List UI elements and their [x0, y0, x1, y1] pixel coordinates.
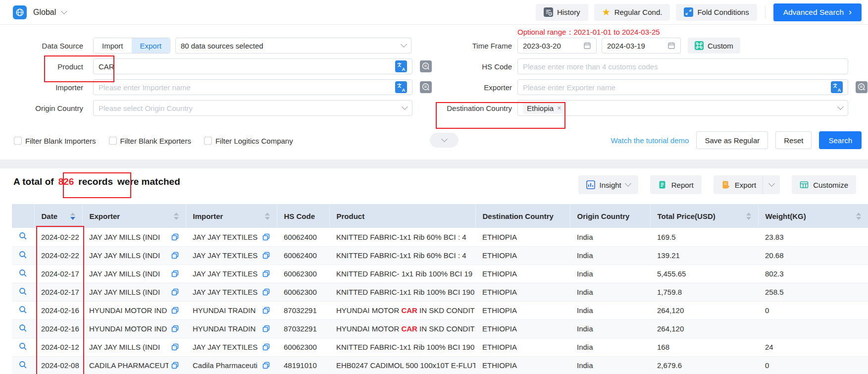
- import-toggle[interactable]: Import: [94, 38, 132, 53]
- filter-logitics-company[interactable]: Filter Logitics Company: [204, 137, 293, 145]
- cell-importer: Cadila Pharmaceuti: [186, 356, 277, 374]
- destination-country-select[interactable]: Ethiopia ×: [517, 100, 848, 116]
- sort-icon[interactable]: [746, 213, 751, 220]
- chevron-down-icon[interactable]: [768, 180, 775, 187]
- col-weight-kg[interactable]: Weight(KG): [758, 204, 868, 228]
- row-search-icon[interactable]: [19, 251, 27, 259]
- col-total-price-usd[interactable]: Total Price(USD): [650, 204, 758, 228]
- chevron-down-icon: [625, 180, 631, 187]
- copy-icon[interactable]: [171, 233, 179, 241]
- dedupe-icon[interactable]: [856, 81, 868, 93]
- cell-total-price-usd: 1,759.8: [650, 283, 758, 301]
- sort-icon[interactable]: [856, 213, 861, 220]
- cell-exporter: JAY JAY MILLS (INDI: [82, 338, 186, 356]
- tutorial-link[interactable]: Watch the tutorial demo: [611, 136, 689, 145]
- sort-icon[interactable]: [265, 213, 270, 220]
- copy-icon[interactable]: [171, 252, 179, 259]
- report-icon: [658, 180, 667, 189]
- copy-icon[interactable]: [262, 288, 270, 296]
- sort-icon[interactable]: [174, 213, 179, 220]
- cell-row-actions: [12, 320, 34, 338]
- export-toggle[interactable]: Export: [132, 38, 170, 53]
- checkbox-icon[interactable]: [14, 137, 22, 145]
- copy-icon[interactable]: [171, 343, 179, 351]
- collapse-conditions-button[interactable]: [430, 133, 459, 148]
- filter-blank-exporters[interactable]: Filter Blank Exporters: [109, 137, 191, 145]
- fold-conditions-button[interactable]: Fold Conditions: [676, 4, 757, 21]
- region-selector[interactable]: Global: [33, 8, 56, 17]
- copy-icon[interactable]: [262, 270, 270, 277]
- col-hs-code: HS Code: [277, 204, 329, 228]
- product-input[interactable]: CAR A: [93, 58, 412, 74]
- start-date-input[interactable]: 2023-03-20: [517, 38, 597, 53]
- translate-icon[interactable]: A: [395, 81, 407, 93]
- copy-icon[interactable]: [171, 325, 179, 332]
- checkbox-icon[interactable]: [204, 137, 212, 145]
- cell-hs-code: 60062300: [277, 338, 329, 356]
- insight-button[interactable]: Insight: [578, 175, 638, 194]
- export-label: Export: [735, 181, 756, 189]
- customize-button[interactable]: Customize: [792, 175, 856, 194]
- copy-icon[interactable]: [262, 307, 270, 314]
- chevron-down-icon[interactable]: [61, 8, 67, 14]
- copy-icon[interactable]: [262, 362, 270, 369]
- search-button[interactable]: Search: [819, 131, 862, 149]
- row-search-icon[interactable]: [19, 269, 27, 277]
- table-row: 2024-02-17JAY JAY MILLS (INDIJAY JAY TEX…: [12, 283, 868, 301]
- row-search-icon[interactable]: [19, 361, 27, 369]
- hs-code-input[interactable]: Please enter more than 4 customs codes: [517, 58, 848, 74]
- row-search-icon[interactable]: [19, 232, 27, 240]
- tag-label: Ethiopia: [527, 104, 554, 112]
- fold-conditions-label: Fold Conditions: [697, 8, 749, 16]
- row-search-icon[interactable]: [19, 324, 27, 332]
- end-date-input[interactable]: 2024-03-19: [602, 38, 681, 53]
- copy-icon[interactable]: [171, 288, 179, 296]
- translate-icon[interactable]: A: [395, 60, 407, 72]
- history-button[interactable]: History: [536, 4, 588, 21]
- col-date[interactable]: Date: [34, 204, 82, 228]
- company-name: JAY JAY MILLS (INDI: [89, 343, 168, 351]
- column-label: Origin Country: [577, 212, 630, 220]
- advanced-search-button[interactable]: Advanced Search ›: [773, 3, 862, 21]
- custom-range-button[interactable]: Custom: [688, 38, 740, 53]
- copy-icon[interactable]: [171, 270, 179, 277]
- translate-icon[interactable]: A: [831, 81, 843, 93]
- checkbox-icon[interactable]: [109, 137, 117, 145]
- summary-records: records: [78, 176, 113, 187]
- cell-weight-kg: 0: [758, 301, 868, 320]
- cell-total-price-usd: 264,120: [650, 320, 758, 338]
- cell-row-actions: [12, 228, 34, 246]
- insight-icon: [586, 180, 595, 189]
- importer-input[interactable]: Please enter Importer name A: [93, 79, 412, 95]
- col-importer[interactable]: Importer: [186, 204, 277, 228]
- copy-icon[interactable]: [262, 343, 270, 351]
- filter-blank-importers[interactable]: Filter Blank Importers: [14, 137, 96, 145]
- col-exporter[interactable]: Exporter: [82, 204, 186, 228]
- data-sources-select[interactable]: 80 data sources selected: [175, 38, 411, 53]
- cell-exporter: HYUNDAI MOTOR IND: [82, 320, 186, 338]
- copy-icon[interactable]: [171, 307, 179, 314]
- app-logo[interactable]: [13, 5, 27, 19]
- cell-exporter: JAY JAY MILLS (INDI: [82, 246, 186, 265]
- report-button[interactable]: Report: [650, 175, 702, 194]
- form-row-origin-country: Origin Country Please select Origin Coun…: [0, 100, 868, 116]
- row-search-icon[interactable]: [19, 306, 27, 314]
- copy-icon[interactable]: [262, 252, 270, 259]
- exporter-input[interactable]: Please enter Exporter name A: [517, 79, 848, 95]
- row-search-icon[interactable]: [19, 342, 27, 351]
- cell-origin: India: [570, 301, 650, 320]
- copy-icon[interactable]: [171, 362, 179, 369]
- reset-button[interactable]: Reset: [775, 131, 812, 149]
- company-name: CADILA PHARMACEUT: [89, 361, 168, 370]
- company-name: JAY JAY TEXTILES: [193, 233, 259, 241]
- origin-country-select[interactable]: Please select Origin Country: [93, 100, 412, 116]
- row-search-icon[interactable]: [19, 287, 27, 296]
- save-as-regular-button[interactable]: Save as Regular: [696, 131, 768, 149]
- export-button[interactable]: Export: [714, 175, 780, 194]
- regular-cond-button[interactable]: ★ Regular Cond.: [594, 4, 670, 21]
- sort-icon[interactable]: [70, 213, 75, 220]
- copy-icon[interactable]: [262, 233, 270, 241]
- company-name: HYUNDAI TRADIN: [193, 306, 259, 315]
- copy-icon[interactable]: [262, 325, 270, 332]
- close-icon[interactable]: ×: [557, 104, 561, 112]
